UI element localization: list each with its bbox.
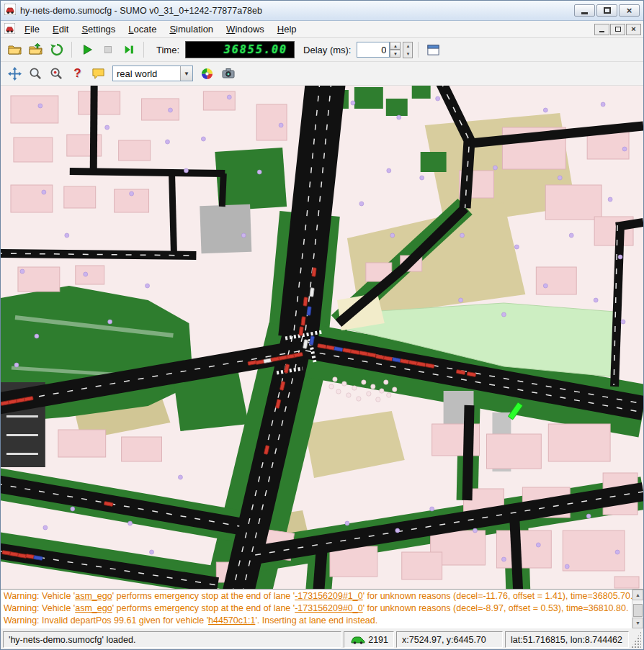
close-button[interactable]: × [619, 4, 640, 17]
title-bar: hy-nets-demo.sumocfg - SUMO v0_31_0+1242… [1, 1, 643, 21]
scroll-up-icon[interactable]: ▲ [632, 590, 643, 600]
app-icon [4, 4, 16, 17]
simulation-map[interactable] [1, 86, 643, 589]
color-scheme-value: real world [113, 68, 180, 79]
log-text: ' performs emergency stop at the end of … [112, 603, 295, 613]
menu-item-edit[interactable]: Edit [46, 22, 75, 37]
reload-icon [50, 42, 64, 57]
recenter-button[interactable] [5, 64, 24, 83]
snapshot-button[interactable] [218, 64, 238, 83]
log-line: Warning: Vehicle 'asm_ego' performs emer… [4, 590, 629, 602]
delay-down-button[interactable]: ▼ [390, 50, 401, 58]
message-log: Warning: Vehicle 'asm_ego' performs emer… [1, 589, 643, 628]
cursor-latlon-panel: lat:51.716815, lon:8.744462 [505, 631, 629, 648]
maximize-button[interactable] [596, 4, 617, 17]
vehicle-count-panel: 2191 [344, 631, 394, 648]
minimize-icon [581, 12, 588, 14]
time-display: 36855.00 [185, 41, 295, 58]
stop-icon [102, 43, 115, 56]
run-button[interactable] [77, 40, 97, 60]
toolbar-separator [418, 42, 419, 58]
camera-icon [221, 66, 236, 81]
message-window-button[interactable] [89, 64, 108, 83]
delay-dial[interactable]: ▲▼ [403, 42, 413, 58]
open-network-icon [29, 42, 43, 57]
status-loaded: 'hy-nets-demo.sumocfg' loaded. [3, 631, 341, 648]
simulation-view[interactable] [1, 86, 643, 589]
open-config-button[interactable] [5, 40, 24, 60]
maximize-icon [604, 7, 611, 14]
log-text: ' performs emergency stop at the end of … [112, 591, 295, 601]
log-link[interactable]: asm_ego [75, 591, 112, 601]
step-icon [122, 43, 135, 56]
status-loaded-text: 'hy-nets-demo.sumocfg' loaded. [9, 635, 135, 645]
step-button[interactable] [119, 40, 138, 60]
scrollbar-thumb[interactable] [633, 604, 643, 617]
log-link[interactable]: asm_ego [75, 603, 112, 613]
mdi-restore-button[interactable] [610, 24, 625, 35]
status-bar: 'hy-nets-demo.sumocfg' loaded. 2191 x:75… [1, 628, 643, 650]
menu-item-file[interactable]: File [18, 22, 46, 37]
vehicle-count: 2191 [368, 635, 388, 645]
new-view-button[interactable] [424, 40, 443, 60]
log-text: '. Inserting at lane end instead. [255, 615, 377, 626]
menu-item-locate[interactable]: Locate [122, 22, 163, 37]
cursor-xy: x:7524.97, y:6445.70 [402, 635, 486, 645]
edit-coloring-button[interactable] [197, 64, 217, 83]
log-line: Warning: Vehicle 'asm_ego' performs emer… [4, 602, 629, 615]
app-icon-small [4, 23, 15, 36]
help-button[interactable]: ? [68, 64, 87, 83]
car-icon [351, 636, 365, 644]
menu-item-settings[interactable]: Settings [75, 22, 122, 37]
mdi-close-icon: × [631, 25, 635, 33]
move-arrows-icon [8, 67, 22, 81]
view-toolbar: ? real world ▼ [1, 62, 643, 86]
mdi-minimize-icon [599, 31, 604, 32]
simulation-toolbar: Time: 36855.00 Delay (ms): ▲ ▼ ▲▼ [1, 38, 643, 62]
locate-button[interactable] [47, 64, 66, 83]
cursor-xy-panel: x:7524.97, y:6445.70 [396, 631, 503, 648]
stop-button[interactable] [98, 40, 117, 60]
log-text: ' for unknown reasons (decel=-8.97, offs… [363, 603, 629, 613]
log-text: Warning: Vehicle ' [4, 591, 75, 601]
magnifier-cursor-icon [50, 67, 63, 81]
speech-bubble-icon [91, 67, 105, 81]
log-link[interactable]: -173156209#0_0 [295, 603, 363, 613]
window-icon [426, 43, 440, 57]
mdi-close-button[interactable]: × [626, 24, 641, 35]
menu-item-simulation[interactable]: Simulation [163, 22, 220, 37]
chevron-down-icon[interactable]: ▼ [180, 66, 192, 81]
log-text: Warning: Vehicle ' [4, 603, 75, 613]
toolbar-separator [71, 42, 72, 58]
zoom-button[interactable] [26, 64, 45, 83]
mdi-restore-icon [615, 27, 621, 32]
log-link[interactable]: h44570c1:1 [208, 615, 255, 626]
delay-up-button[interactable]: ▲ [390, 42, 401, 50]
toolbar-separator [143, 42, 144, 58]
mdi-minimize-button[interactable] [594, 24, 609, 35]
delay-label: Delay (ms): [303, 45, 351, 55]
menu-bar: FileEditSettingsLocateSimulationWindowsH… [1, 21, 643, 38]
log-line: Warning: Invalid departPos 99.61 given f… [4, 615, 629, 627]
window-title: hy-nets-demo.sumocfg - SUMO v0_31_0+1242… [20, 6, 573, 16]
open-folder-icon [8, 42, 22, 57]
open-network-button[interactable] [26, 40, 45, 60]
menu-item-windows[interactable]: Windows [220, 22, 271, 37]
delay-input[interactable] [357, 42, 390, 58]
log-link[interactable]: -173156209#1_0 [295, 591, 363, 601]
cursor-latlon: lat:51.716815, lon:8.744462 [511, 635, 622, 645]
time-label: Time: [156, 45, 179, 55]
question-mark-icon: ? [73, 66, 81, 81]
log-text: ' for unknown reasons (decel=-11.76, off… [363, 591, 633, 601]
reload-button[interactable] [47, 40, 66, 60]
log-scrollbar[interactable]: ▲ ▼ [632, 590, 643, 628]
close-icon: × [627, 6, 632, 15]
menu-item-help[interactable]: Help [271, 22, 303, 37]
minimize-button[interactable] [574, 4, 595, 17]
magnifier-icon [29, 67, 43, 81]
log-text: Warning: Invalid departPos 99.61 given f… [4, 615, 208, 626]
color-scheme-select[interactable]: real world ▼ [112, 66, 193, 81]
color-wheel-icon [200, 67, 214, 81]
resize-grip[interactable] [631, 631, 641, 648]
scroll-down-icon[interactable]: ▼ [632, 618, 643, 628]
